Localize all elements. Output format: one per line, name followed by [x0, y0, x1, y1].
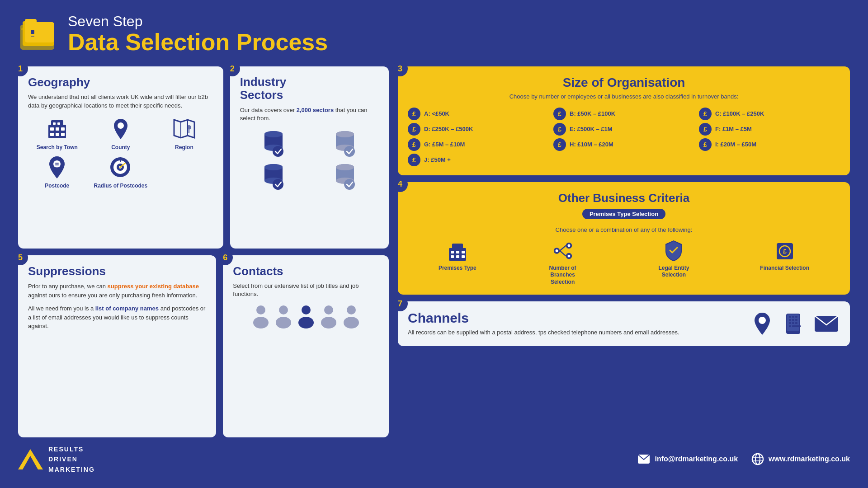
svg-point-57: [279, 305, 288, 314]
svg-line-79: [560, 245, 566, 251]
svg-point-54: [344, 179, 355, 190]
channels-title: Channels: [408, 310, 679, 326]
geo-county: County: [92, 117, 150, 150]
svg-point-64: [344, 317, 359, 328]
svg-point-56: [253, 317, 269, 328]
pound-icon-g: £: [408, 138, 420, 151]
svg-rect-11: [56, 127, 59, 131]
footer-email: info@rdmarketing.co.uk: [637, 454, 738, 464]
geography-icons: Search by Town County: [28, 117, 213, 189]
pound-icon-j: £: [408, 154, 420, 166]
svg-rect-70: [451, 255, 454, 258]
footer-website: www.rdmarketing.co.uk: [751, 453, 850, 465]
band-g-label: G: £5M – £10M: [424, 141, 465, 148]
bottom-row: 5 Suppressions Prior to any purchase, we…: [18, 255, 389, 437]
footer: RESULTS DRIVEN MARKETING info@rdmarketin…: [18, 444, 850, 474]
database-icon-1: [259, 128, 288, 157]
band-i-label: I: £20M – £50M: [715, 141, 756, 148]
geography-title: Geography: [28, 75, 213, 89]
legal-item: Legal Entity Selection: [649, 239, 698, 279]
industry-desc: Our data covers over 2,000 sectors that …: [240, 106, 379, 122]
svg-rect-7: [31, 36, 34, 37]
person-icon-4: [319, 304, 338, 328]
svg-rect-95: [795, 322, 797, 324]
svg-point-34: [119, 166, 121, 168]
industry-card: 2 IndustrySectors Our data covers over 2…: [230, 66, 389, 249]
size-bands-grid: £ A: <£50K £ B: £50K – £100K £ C: £100K …: [408, 108, 840, 166]
svg-marker-19: [174, 120, 194, 138]
svg-rect-96: [789, 325, 791, 327]
footer-line2: DRIVEN: [48, 454, 95, 464]
size-card: 3 Size of Organisation Choose by number …: [398, 66, 850, 175]
svg-point-78: [567, 254, 570, 257]
svg-point-61: [324, 305, 333, 314]
svg-rect-67: [451, 251, 454, 253]
band-h: £ H: £10M – £20M: [553, 138, 694, 151]
band-e-label: E: £500K – £1M: [570, 126, 613, 132]
svg-rect-25: [55, 163, 59, 164]
svg-point-39: [273, 146, 283, 157]
premises-type-item: Premises Type: [439, 239, 476, 272]
step2-badge: 2: [225, 61, 240, 76]
channel-icons: [751, 311, 840, 336]
svg-rect-88: [792, 316, 794, 318]
channels-text: Channels All records can be supplied wit…: [408, 310, 679, 337]
svg-rect-94: [792, 322, 794, 324]
phone-channel-icon: [781, 311, 806, 336]
size-desc: Choose by number or employees or all bus…: [408, 93, 840, 101]
footer-email-icon: [637, 454, 650, 464]
main-container: Seven Step Data Selection Process 1 Geog…: [0, 0, 868, 488]
other-title: Other Business Criteria: [408, 191, 840, 205]
svg-point-62: [321, 317, 336, 328]
geography-card: 1 Geography We understand that not all c…: [18, 66, 223, 249]
svg-rect-14: [56, 133, 59, 136]
suppressions-card: 5 Suppressions Prior to any purchase, we…: [18, 255, 216, 437]
suppressions-para1: Prior to any purchase, we can suppress y…: [28, 282, 206, 300]
svg-point-43: [336, 131, 354, 137]
pound-icon-e: £: [553, 123, 566, 136]
header-title: Data Selection Process: [68, 29, 328, 55]
pound-icon-b: £: [553, 108, 566, 120]
band-a: £ A: <£50K: [408, 108, 549, 120]
svg-rect-8: [48, 125, 66, 138]
svg-rect-65: [449, 248, 466, 261]
svg-rect-6: [31, 30, 34, 34]
radius-icon: [108, 155, 133, 180]
svg-line-80: [560, 251, 566, 256]
band-g: £ G: £5M – £10M: [408, 138, 549, 151]
svg-point-18: [118, 122, 124, 129]
pound-icon-d: £: [408, 123, 420, 136]
svg-point-60: [298, 317, 314, 328]
postcode-label: Postcode: [45, 183, 69, 189]
top-row: 1 Geography We understand that not all c…: [18, 66, 389, 249]
svg-rect-93: [789, 322, 791, 324]
premises-building-icon: [446, 239, 469, 262]
svg-point-98: [792, 331, 794, 333]
footer-line1: RESULTS: [48, 444, 95, 454]
premises-type-label: Premises Type: [439, 265, 476, 272]
header-icon: [18, 17, 59, 52]
channels-card: 7 Channels All records can be supplied w…: [398, 301, 850, 346]
location-icon: [108, 117, 133, 141]
band-e: £ E: £500K – £1M: [553, 123, 694, 136]
footer-email-address: info@rdmarketing.co.uk: [655, 455, 738, 463]
footer-website-url: www.rdmarketing.co.uk: [769, 455, 850, 463]
band-b-label: B: £50K – £100K: [570, 110, 615, 117]
svg-rect-92: [795, 319, 797, 321]
financial-icon: £: [774, 239, 796, 262]
search-by-town-label: Search by Town: [37, 144, 78, 150]
svg-rect-97: [792, 325, 801, 327]
header-subtitle: Seven Step: [68, 14, 328, 29]
right-column: 3 Size of Organisation Choose by number …: [398, 66, 850, 437]
svg-point-59: [302, 305, 311, 314]
footer-logo-text: RESULTS DRIVEN MARKETING: [48, 444, 95, 474]
step4-badge: 4: [392, 177, 408, 192]
branches-label: Number of Branches Selection: [538, 265, 588, 286]
svg-rect-12: [61, 127, 65, 131]
region-label: Region: [175, 144, 193, 150]
band-j-label: J: £50M +: [424, 156, 451, 163]
premises-badge: Premises Type Selection: [582, 209, 665, 219]
svg-point-49: [273, 179, 283, 190]
geo-radius: Radius of Postcodes: [92, 155, 150, 189]
contact-people-icons: [233, 304, 379, 328]
